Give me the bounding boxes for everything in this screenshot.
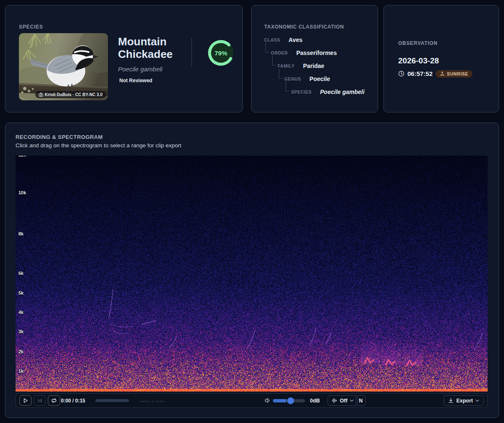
time-display: 0:00 / 0:15	[61, 394, 85, 407]
rank-row-genus: GENUS Poecile	[284, 76, 330, 82]
rank-label: CLASS	[264, 37, 280, 42]
rank-label: ORDER	[271, 50, 288, 55]
freq-axis-label: 4k	[18, 310, 24, 315]
volume-slider[interactable]	[273, 399, 305, 402]
observation-card-header: OBSERVATION	[398, 40, 499, 46]
rank-row-family: FAMILY Paridae	[278, 63, 324, 69]
volume-db-label: 0dB	[310, 394, 320, 407]
normalize-label: N	[359, 398, 362, 404]
rank-value: Paridae	[303, 63, 325, 69]
species-common-name: Mountain Chickadee	[118, 35, 196, 61]
skip-to-start-button[interactable]	[34, 395, 46, 406]
tree-connector	[279, 68, 283, 78]
repeat-icon	[51, 397, 57, 404]
photo-credit: Kristi DuBois · CC BY-NC 3.0	[35, 91, 106, 98]
rank-value: Poecile	[310, 76, 330, 82]
freq-axis-label: 1k	[18, 368, 24, 373]
camera-icon	[39, 92, 43, 97]
confidence-ring: 79%	[201, 33, 241, 73]
taxonomy-card-header: TAXONOMIC CLASSIFICATION	[264, 24, 344, 30]
play-icon	[22, 397, 29, 404]
freq-axis-label: 12k	[18, 156, 26, 157]
export-dropdown[interactable]: Export	[444, 395, 484, 406]
freq-axis-label: 3k	[18, 329, 24, 334]
volume-icon	[265, 397, 271, 404]
rank-value: Poecile gambeli	[320, 89, 365, 95]
spectrogram-canvas[interactable]	[16, 156, 488, 392]
normalize-button[interactable]: N	[356, 395, 366, 406]
filter-label: Off	[340, 398, 347, 404]
download-icon	[448, 398, 454, 403]
chevron-down-icon	[475, 400, 479, 402]
species-photo[interactable]: Kristi DuBois · CC BY-NC 3.0	[19, 33, 108, 100]
sunrise-badge-label: SUNRISE	[447, 71, 468, 76]
skip-back-icon	[37, 398, 43, 404]
observation-time-row: 06:57:52 SUNRISE	[398, 70, 499, 78]
recording-card: RECORDING & SPECTROGRAM Click and drag o…	[5, 123, 499, 418]
sunrise-icon	[440, 71, 445, 76]
species-card: SPECIES	[5, 5, 243, 112]
species-card-header: SPECIES	[19, 24, 43, 30]
taxonomy-card: TAXONOMIC CLASSIFICATION CLASS Aves ORDE…	[251, 5, 378, 112]
observation-card: OBSERVATION 2026-03-28 06:57:52 SUNRISE	[383, 5, 499, 112]
freq-axis-label: 8k	[18, 231, 24, 236]
divider	[192, 38, 192, 67]
selection-range-placeholder: --:-- - --:--	[140, 394, 165, 407]
photo-credit-text: Kristi DuBois · CC BY-NC 3.0	[45, 92, 102, 97]
recording-card-header: RECORDING & SPECTROGRAM	[16, 134, 103, 140]
tree-connector	[286, 81, 289, 91]
tree-connector	[272, 55, 276, 65]
freq-axis-label: 6k	[18, 271, 24, 276]
chevron-down-icon	[350, 400, 354, 402]
spectrogram[interactable]: 12k 10k 8k 6k 5k 4k 3k 2k 1k	[16, 156, 488, 392]
rank-value: Passeriformes	[296, 50, 337, 56]
app-root: SPECIES	[0, 0, 504, 423]
freq-axis-label: 10k	[18, 190, 26, 195]
filter-dropdown[interactable]: Off	[328, 395, 358, 406]
play-button[interactable]	[19, 395, 32, 406]
review-status-badge: Not Reviewed	[119, 78, 152, 84]
rank-label: GENUS	[284, 76, 301, 81]
loop-button[interactable]	[48, 395, 60, 406]
tree-connector	[265, 42, 269, 52]
rank-label: SPECIES	[291, 89, 312, 94]
species-scientific-name: Poecile gambeli	[118, 65, 163, 73]
rank-row-species: SPECIES Poecile gambeli	[291, 89, 365, 95]
freq-axis-label: 2k	[18, 349, 24, 354]
volume-slider-thumb[interactable]	[287, 397, 294, 404]
clock-icon	[398, 70, 404, 77]
recording-subtitle: Click and drag on the spectrogram to sel…	[16, 142, 181, 149]
filter-waveform-icon	[332, 398, 337, 403]
seek-bar[interactable]	[95, 399, 129, 402]
observation-time: 06:57:52	[407, 70, 433, 77]
bird-illustration	[19, 33, 108, 100]
player-controls: 0:00 / 0:15 --:-- - --:-- 0dB Off	[16, 393, 488, 408]
rank-value: Aves	[289, 37, 302, 43]
volume-slider-fill	[273, 399, 286, 402]
freq-axis-label: 5k	[18, 290, 24, 295]
rank-row-class: CLASS Aves	[264, 37, 302, 43]
confidence-value: 79%	[201, 33, 241, 73]
observation-date: 2026-03-28	[398, 56, 499, 65]
export-label: Export	[456, 398, 473, 404]
rank-label: FAMILY	[278, 63, 295, 68]
rank-row-order: ORDER Passeriformes	[271, 50, 337, 56]
sunrise-badge: SUNRISE	[436, 70, 472, 78]
